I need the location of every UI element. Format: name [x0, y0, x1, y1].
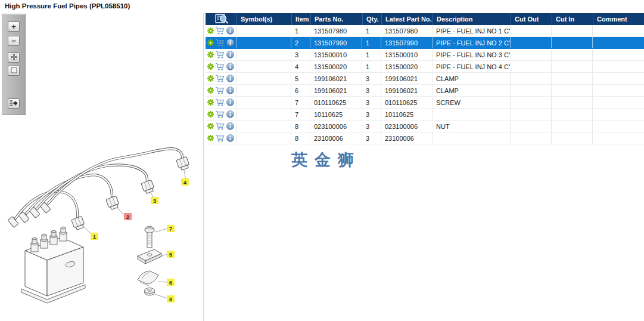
table-row[interactable]: 7 010110625 3 010110625 SCREW [206, 97, 644, 109]
cell-item: 8 [291, 132, 310, 144]
cell-symbols [237, 25, 291, 36]
cell-qty: 1 [362, 49, 381, 60]
table-row[interactable]: 7 10110625 3 10110625 [206, 109, 644, 121]
svg-text:8: 8 [169, 297, 172, 303]
cell-cut-out [511, 37, 552, 48]
column-header-cut-out[interactable]: Cut Out [511, 13, 552, 25]
cap-part [145, 288, 155, 296]
callout-8[interactable]: 8 [167, 295, 175, 303]
cell-cut-in [552, 97, 593, 108]
part-settings-icon[interactable] [207, 99, 214, 106]
add-to-cart-icon[interactable] [215, 110, 225, 118]
part-settings-icon[interactable] [207, 51, 214, 58]
cell-parts-no: 023100006 [310, 121, 362, 132]
table-header: Symbol(s) Item Parts No. Qty. Latest Par… [206, 13, 644, 25]
page-title: High Pressure Fuel Pipes (PPL058510) [5, 2, 130, 10]
parts-diagram: 1 2 3 4 7 5 6 8 [0, 13, 203, 321]
part-settings-icon[interactable] [207, 63, 214, 70]
table-row[interactable]: 2 131507990 1 131507990 PIPE - FUEL INJ … [206, 37, 644, 49]
part-settings-icon[interactable] [207, 135, 214, 141]
table-row[interactable]: 8 023100006 3 023100006 NUT [206, 121, 644, 132]
callout-7[interactable]: 7 [167, 225, 175, 232]
cell-cut-out [511, 109, 552, 120]
column-header-item[interactable]: Item [291, 13, 310, 25]
column-header-preview[interactable] [206, 13, 237, 25]
svg-text:1: 1 [93, 234, 96, 240]
callout-1[interactable]: 1 [91, 233, 98, 240]
part-info-icon[interactable] [226, 110, 234, 118]
part-settings-icon[interactable] [207, 111, 214, 118]
column-header-parts-no[interactable]: Parts No. [310, 13, 362, 25]
part-info-icon[interactable] [226, 87, 234, 94]
column-header-cut-in[interactable]: Cut In [552, 13, 593, 25]
callout-5[interactable]: 5 [167, 251, 175, 258]
add-to-cart-icon[interactable] [215, 39, 225, 47]
part-info-icon[interactable] [226, 122, 234, 130]
cell-symbols [237, 37, 291, 48]
cell-parts-no: 23100006 [310, 132, 362, 144]
svg-text:4: 4 [183, 180, 186, 186]
callout-4[interactable]: 4 [181, 178, 189, 186]
part-info-icon[interactable] [226, 51, 234, 58]
column-header-latest-part-no[interactable]: Latest Part No. [381, 13, 433, 25]
cell-symbols [237, 132, 291, 144]
watermark-text: 英金狮 [291, 149, 361, 171]
add-to-cart-icon[interactable] [215, 134, 225, 142]
cell-latest-part-no: 010110625 [381, 97, 433, 108]
part-settings-icon[interactable] [207, 87, 214, 94]
cell-latest-part-no: 199106021 [381, 85, 433, 96]
column-header-description[interactable]: Description [433, 13, 511, 25]
table-row[interactable]: 1 131507980 1 131507980 PIPE - FUEL INJ … [206, 25, 644, 37]
table-row[interactable]: 6 199106021 3 199106021 CLAMP [206, 85, 644, 97]
cell-cut-out [511, 85, 552, 96]
cell-description: CLAMP [433, 85, 511, 96]
table-row[interactable]: 4 131500020 1 131500020 PIPE - FUEL INJ … [206, 61, 644, 73]
add-to-cart-icon[interactable] [215, 75, 225, 82]
part-settings-icon[interactable] [207, 123, 214, 129]
cell-cut-in [552, 121, 593, 132]
part-settings-icon[interactable] [207, 75, 214, 82]
add-to-cart-icon[interactable] [215, 27, 225, 35]
cell-item: 7 [291, 109, 310, 120]
cell-qty: 1 [362, 61, 381, 72]
column-header-symbols[interactable]: Symbol(s) [237, 13, 291, 25]
add-to-cart-icon[interactable] [215, 87, 225, 94]
part-info-icon[interactable] [226, 63, 234, 70]
cell-cut-in [552, 25, 593, 36]
clamp-part [138, 271, 158, 286]
part-info-icon[interactable] [226, 75, 234, 82]
part-info-icon[interactable] [226, 39, 234, 47]
part-info-icon[interactable] [226, 134, 234, 142]
pump-body [21, 227, 85, 303]
table-row[interactable]: 8 23100006 3 23100006 [206, 132, 644, 144]
pipe-fitting-1 [71, 216, 85, 230]
cell-cut-out [511, 73, 552, 84]
cell-latest-part-no: 131507980 [381, 25, 433, 36]
cell-cut-in [552, 132, 593, 144]
add-to-cart-icon[interactable] [215, 63, 225, 70]
part-settings-icon[interactable] [207, 39, 214, 46]
column-header-qty[interactable]: Qty. [362, 13, 381, 25]
part-info-icon[interactable] [226, 98, 234, 106]
callout-3[interactable]: 3 [151, 197, 158, 204]
table-row[interactable]: 3 131500010 1 131500010 PIPE - FUEL INJ … [206, 49, 644, 61]
cell-item: 4 [291, 61, 310, 72]
cell-item: 8 [291, 121, 310, 132]
callout-2[interactable]: 2 [124, 213, 132, 220]
part-settings-icon[interactable] [207, 27, 214, 34]
add-to-cart-icon[interactable] [215, 122, 225, 130]
cell-qty: 1 [362, 37, 381, 48]
cell-parts-no: 131507980 [310, 25, 362, 36]
part-info-icon[interactable] [226, 27, 234, 35]
cell-latest-part-no: 10110625 [381, 109, 433, 120]
add-to-cart-icon[interactable] [215, 51, 225, 58]
cell-comment [593, 49, 644, 60]
add-to-cart-icon[interactable] [215, 98, 225, 106]
cell-qty: 3 [362, 109, 381, 120]
cell-cut-out [511, 121, 552, 132]
callout-6[interactable]: 6 [167, 279, 175, 286]
column-header-comment[interactable]: Comment [593, 13, 644, 25]
cell-symbols [237, 85, 291, 96]
cell-comment [593, 37, 644, 48]
table-row[interactable]: 5 199106021 3 199106021 CLAMP [206, 73, 644, 85]
